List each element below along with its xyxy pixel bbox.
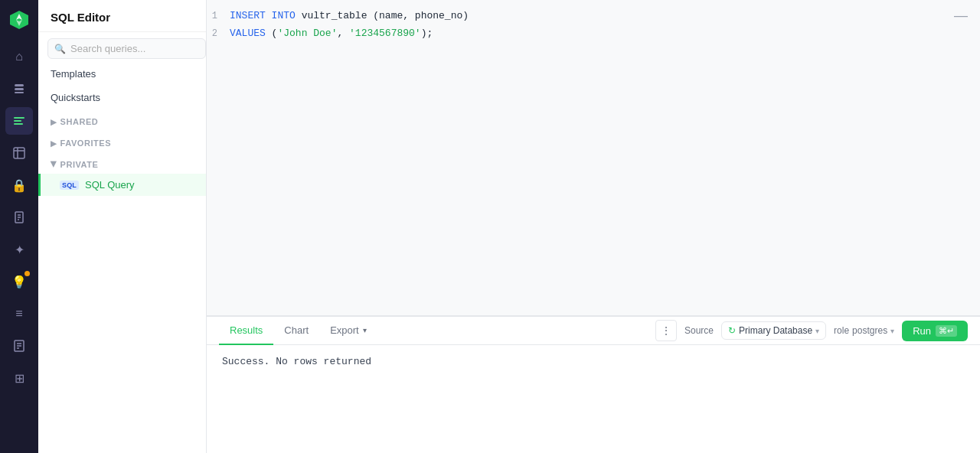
paren-close: );: [421, 28, 433, 39]
refresh-icon: ↻: [728, 325, 736, 336]
db-selector[interactable]: ↻ Primary Database ▾: [721, 321, 826, 340]
shared-chevron-icon: ▶: [51, 118, 57, 126]
nav-bulb-icon[interactable]: 💡: [5, 268, 33, 295]
table-ref: vultr_table (name, phone_no): [296, 10, 469, 21]
tab-bar-right: ⋮ Source ↻ Primary Database ▾ role postg…: [655, 320, 968, 341]
sql-query-label: SQL Query: [85, 179, 135, 191]
value-phone: '1234567890': [349, 28, 421, 39]
sql-badge: SQL: [60, 181, 79, 190]
svg-rect-9: [14, 148, 24, 158]
shared-section[interactable]: ▶ SHARED: [38, 112, 206, 131]
role-label: role: [834, 325, 849, 336]
private-chevron-icon: ▶: [50, 161, 58, 168]
favorites-label: FAVORITES: [60, 139, 111, 148]
source-label: Source: [684, 325, 714, 336]
sidebar-title: SQL Editor: [38, 0, 206, 32]
result-area: Success. No rows returned: [207, 345, 980, 453]
main-content: — 1 INSERT INTO vultr_table (name, phone…: [207, 0, 980, 453]
search-input[interactable]: [70, 43, 199, 54]
nav-grid-icon[interactable]: ⊞: [5, 364, 33, 392]
nav-home-icon[interactable]: ⌂: [5, 43, 33, 70]
svg-rect-8: [14, 123, 23, 125]
svg-marker-0: [10, 11, 28, 29]
editor-line-1: 1 INSERT INTO vultr_table (name, phone_n…: [207, 8, 980, 25]
editor-area[interactable]: — 1 INSERT INTO vultr_table (name, phone…: [207, 0, 980, 315]
kw-into: INTO: [272, 10, 296, 21]
favorites-chevron-icon: ▶: [51, 139, 57, 148]
app-logo[interactable]: [8, 9, 30, 31]
svg-rect-7: [14, 120, 21, 122]
line-code-2: VALUES ('John Doe', '1234567890');: [230, 26, 980, 42]
search-wrapper: 🔍: [47, 38, 206, 59]
bottom-panel: Results Chart Export ▾ ⋮ Source ↻ Primar…: [207, 315, 980, 453]
favorites-section[interactable]: ▶ FAVORITES: [38, 134, 206, 152]
success-message: Success. No rows returned: [222, 356, 371, 367]
tab-chart[interactable]: Chart: [273, 317, 319, 345]
nav-sql-editor-icon[interactable]: [5, 107, 33, 135]
more-options-button[interactable]: ⋮: [655, 320, 677, 341]
export-chevron-icon: ▾: [363, 326, 367, 334]
kw-insert: INSERT: [230, 10, 272, 21]
shared-label: SHARED: [60, 117, 99, 126]
tab-export[interactable]: Export ▾: [319, 317, 377, 345]
tab-bar: Results Chart Export ▾ ⋮ Source ↻ Primar…: [207, 317, 980, 345]
quickstarts-item[interactable]: Quickstarts: [38, 86, 206, 109]
nav-table-icon[interactable]: [5, 139, 33, 167]
db-name: Primary Database: [739, 325, 812, 336]
nav-list-icon[interactable]: ≡: [5, 300, 33, 328]
role-value: postgres: [852, 325, 887, 336]
nav-files-icon[interactable]: [5, 204, 33, 231]
kw-values: VALUES: [230, 28, 266, 39]
svg-rect-6: [14, 117, 24, 119]
role-selector[interactable]: role postgres ▾: [834, 325, 894, 336]
search-icon: 🔍: [54, 44, 66, 54]
run-shortcut: ⌘↵: [936, 325, 957, 337]
tab-results[interactable]: Results: [219, 317, 273, 345]
svg-rect-4: [15, 88, 24, 90]
paren-open: (: [266, 28, 278, 39]
line-number-2: 2: [207, 27, 230, 41]
sql-query-item[interactable]: SQL SQL Query: [38, 174, 206, 196]
comma: ,: [337, 28, 349, 39]
editor-line-2: 2 VALUES ('John Doe', '1234567890');: [207, 25, 980, 43]
svg-rect-5: [15, 92, 24, 93]
templates-item[interactable]: Templates: [38, 62, 206, 86]
quickstarts-label: Quickstarts: [51, 92, 100, 103]
line-code-1: INSERT INTO vultr_table (name, phone_no): [230, 8, 980, 24]
value-name: 'John Doe': [277, 28, 337, 39]
minimize-button[interactable]: —: [954, 8, 968, 24]
private-section[interactable]: ▶ PRIVATE: [38, 155, 206, 174]
editor-content: 1 INSERT INTO vultr_table (name, phone_n…: [207, 0, 980, 51]
db-chevron-icon: ▾: [815, 327, 819, 335]
private-label: PRIVATE: [60, 160, 99, 169]
run-button[interactable]: Run ⌘↵: [902, 321, 968, 341]
run-label: Run: [913, 325, 931, 337]
nav-tools-icon[interactable]: ✦: [5, 236, 33, 263]
nav-database-icon[interactable]: [5, 75, 33, 103]
nav-doc-icon[interactable]: [5, 332, 33, 360]
svg-rect-3: [15, 84, 24, 86]
line-number-1: 1: [207, 9, 230, 24]
nav-sidebar: ⌂ 🔒 ✦ 💡 ≡ ⊞: [0, 0, 38, 453]
nav-lock-icon[interactable]: 🔒: [5, 171, 33, 199]
templates-label: Templates: [51, 68, 96, 80]
role-chevron-icon: ▾: [890, 327, 894, 335]
sidebar: SQL Editor 🔍 + Templates Quickstarts ▶ S…: [38, 0, 207, 453]
sidebar-search-row: 🔍 +: [38, 32, 206, 62]
